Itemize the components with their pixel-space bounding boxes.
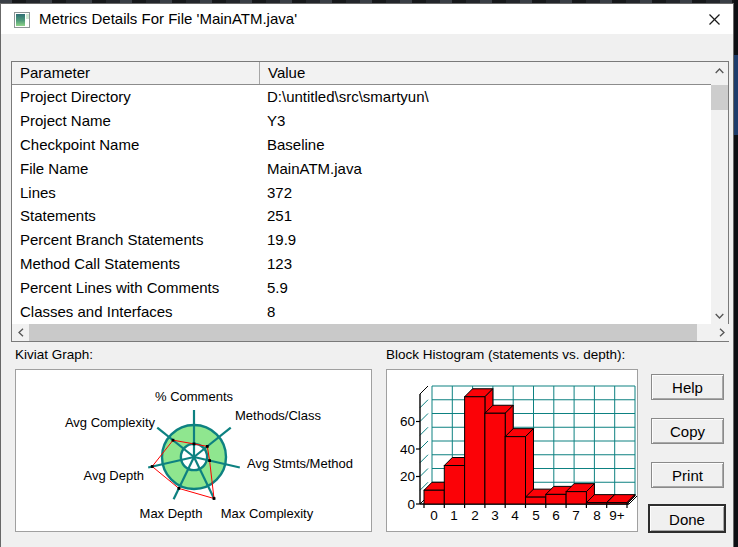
- x-tick-label: 1: [450, 508, 458, 523]
- x-tick-label: 3: [491, 508, 499, 523]
- column-header-value[interactable]: Value: [260, 62, 711, 84]
- x-tick-label: 7: [572, 508, 580, 523]
- scroll-up-button[interactable]: [711, 62, 728, 79]
- chevron-down-icon: [715, 313, 724, 319]
- table-rows: Project DirectoryD:\untitled\src\smartyu…: [12, 85, 711, 324]
- chevron-up-icon: [715, 68, 724, 74]
- kiviat-chart: % Comments Methods/Class Avg Stmts/Metho…: [15, 369, 372, 532]
- kiviat-axis-label: Avg Complexity: [65, 415, 156, 430]
- scroll-right-button[interactable]: [713, 324, 730, 341]
- x-tick-label: 9+: [609, 508, 625, 523]
- y-tick-label: 0: [407, 497, 415, 512]
- close-icon: [707, 12, 722, 27]
- x-tick-label: 6: [552, 508, 560, 523]
- chevron-right-icon: [719, 328, 725, 337]
- x-tick-label: 2: [471, 508, 479, 523]
- x-tick-label: 5: [532, 508, 540, 523]
- window-title: Metrics Details For File 'MainATM.java': [39, 4, 297, 34]
- x-tick-label: 8: [593, 508, 601, 523]
- kiviat-axis-label: Max Complexity: [221, 506, 314, 521]
- kiviat-axis-label: Avg Depth: [84, 468, 144, 483]
- block-histogram-label: Block Histogram (statements vs. depth):: [386, 347, 625, 362]
- scroll-left-button[interactable]: [12, 324, 29, 341]
- scroll-down-button[interactable]: [711, 307, 728, 324]
- kiviat-axis-label: Max Depth: [140, 506, 203, 521]
- desktop-background-right: [734, 0, 738, 547]
- table-row[interactable]: Lines372: [12, 181, 711, 205]
- done-button[interactable]: Done: [648, 504, 726, 533]
- table-row[interactable]: Project DirectoryD:\untitled\src\smartyu…: [12, 85, 711, 109]
- kiviat-axis-label: Avg Stmts/Method: [247, 456, 353, 471]
- table-header: Parameter Value: [12, 62, 711, 85]
- help-button[interactable]: Help: [651, 374, 724, 400]
- kiviat-graph-label: Kiviat Graph:: [15, 347, 93, 362]
- horizontal-scrollbar-thumb[interactable]: [29, 324, 697, 341]
- kiviat-axis-label: Methods/Class: [235, 408, 321, 423]
- table-row[interactable]: Percent Lines with Comments5.9: [12, 276, 711, 300]
- x-tick-label: 0: [430, 508, 438, 523]
- metrics-details-dialog: Metrics Details For File 'MainATM.java' …: [0, 3, 734, 547]
- app-icon: [14, 12, 30, 28]
- table-row[interactable]: Project NameY3: [12, 109, 711, 133]
- background-window-sliver: [734, 55, 738, 135]
- vertical-scrollbar[interactable]: [711, 62, 728, 324]
- print-button[interactable]: Print: [651, 462, 724, 488]
- title-bar[interactable]: Metrics Details For File 'MainATM.java': [1, 4, 733, 34]
- table-row[interactable]: Method Call Statements123: [12, 252, 711, 276]
- chevron-left-icon: [18, 328, 24, 337]
- close-button[interactable]: [695, 4, 733, 34]
- table-row[interactable]: File NameMainATM.java: [12, 157, 711, 181]
- y-tick-label: 60: [400, 414, 415, 429]
- block-histogram-chart: 0 20 40 60 0 1 2 3 4 5 6 7 8 9+: [386, 369, 638, 532]
- kiviat-axis-label: % Comments: [155, 389, 234, 404]
- table-row[interactable]: Checkpoint NameBaseline: [12, 133, 711, 157]
- x-tick-label: 4: [511, 508, 519, 523]
- table-row[interactable]: Classes and Interfaces8: [12, 300, 711, 324]
- column-header-parameter[interactable]: Parameter: [12, 62, 260, 84]
- copy-button[interactable]: Copy: [651, 418, 724, 444]
- table-row[interactable]: Statements251: [12, 204, 711, 228]
- y-tick-label: 20: [400, 469, 415, 484]
- horizontal-scrollbar[interactable]: [12, 324, 730, 341]
- y-tick-label: 40: [400, 442, 415, 457]
- metrics-table: Parameter Value Project DirectoryD:\unti…: [11, 61, 729, 342]
- table-row[interactable]: Percent Branch Statements19.9: [12, 228, 711, 252]
- vertical-scrollbar-thumb[interactable]: [711, 85, 728, 110]
